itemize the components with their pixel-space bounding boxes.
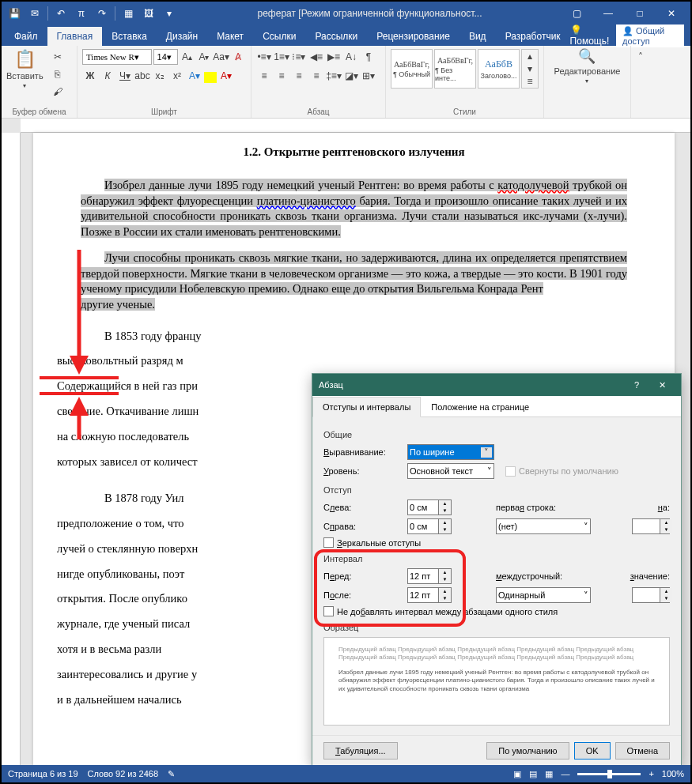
- dialog-titlebar[interactable]: Абзац ? ✕: [312, 374, 681, 396]
- no-space-same-style-checkbox[interactable]: Не добавлять интервал между абзацами одн…: [323, 606, 558, 616]
- tab-design[interactable]: Дизайн: [157, 27, 207, 46]
- table-icon[interactable]: ▦: [119, 4, 138, 23]
- paste-button[interactable]: 📋 Вставить ▾: [6, 49, 43, 89]
- ribbon-options-icon[interactable]: ▢: [561, 2, 592, 25]
- tab-file[interactable]: Файл: [5, 27, 47, 46]
- cancel-button[interactable]: Отмена: [615, 742, 670, 760]
- word-count[interactable]: Слово 92 из 2468: [88, 769, 159, 778]
- collapse-checkbox[interactable]: Свернуты по умолчанию: [505, 466, 618, 477]
- indent-right-spinner[interactable]: ▲▼: [407, 518, 452, 534]
- zoom-slider[interactable]: [577, 773, 641, 775]
- vertical-ruler[interactable]: [2, 133, 21, 767]
- cut-icon[interactable]: ✂: [50, 49, 66, 65]
- sort-icon[interactable]: A↓: [343, 49, 359, 65]
- tabs-button[interactable]: Табуляция...: [323, 742, 398, 760]
- clear-format-icon[interactable]: A̷: [231, 49, 246, 65]
- zoom-level[interactable]: 100%: [662, 769, 684, 778]
- font-color-icon[interactable]: A▾: [218, 68, 234, 84]
- subscript-button[interactable]: x₂: [152, 68, 168, 84]
- change-case-icon[interactable]: Aa▾: [214, 49, 229, 65]
- tab-insert[interactable]: Вставка: [102, 27, 157, 46]
- bold-button[interactable]: Ж: [82, 68, 98, 84]
- spacing-before-spinner[interactable]: ▲▼: [407, 568, 452, 584]
- tab-review[interactable]: Рецензирование: [367, 27, 459, 46]
- highlight-icon[interactable]: [204, 72, 217, 83]
- undo-icon[interactable]: ↶: [51, 4, 70, 23]
- redo-icon[interactable]: ↷: [93, 4, 112, 23]
- font-icon[interactable]: π: [72, 4, 91, 23]
- tab-mailings[interactable]: Рассылки: [305, 27, 367, 46]
- view-read-icon[interactable]: ▣: [513, 769, 521, 779]
- styles-more-icon[interactable]: ≡: [522, 75, 538, 88]
- italic-button[interactable]: К: [100, 68, 115, 84]
- alignment-select[interactable]: По ширине˅: [407, 444, 494, 460]
- multilevel-icon[interactable]: ⁝≡▾: [291, 49, 307, 65]
- view-print-icon[interactable]: ▤: [529, 769, 537, 779]
- page-status[interactable]: Страница 6 из 19: [8, 769, 78, 778]
- superscript-button[interactable]: x²: [169, 68, 185, 84]
- increase-indent-icon[interactable]: ▶≡: [326, 49, 342, 65]
- collapse-ribbon-icon[interactable]: ˄: [633, 49, 649, 65]
- styles-down-icon[interactable]: ▾: [522, 62, 538, 75]
- ok-button[interactable]: OK: [574, 742, 611, 760]
- format-painter-icon[interactable]: 🖌: [50, 84, 66, 100]
- save-icon[interactable]: 💾: [5, 4, 24, 23]
- maximize-button[interactable]: □: [624, 2, 656, 25]
- spacing-value-spinner[interactable]: ▲▼: [632, 587, 670, 603]
- strikethrough-button[interactable]: abc: [134, 68, 150, 84]
- spell-check-icon[interactable]: ✎: [168, 769, 175, 779]
- share-button[interactable]: 👤 Общий доступ: [616, 24, 684, 47]
- dialog-close-button[interactable]: ✕: [649, 374, 675, 396]
- mirror-indents-checkbox[interactable]: Зеркальные отступы: [323, 537, 421, 548]
- font-size-combo[interactable]: 14 ▾: [153, 49, 178, 65]
- horizontal-ruler[interactable]: [21, 119, 690, 133]
- tab-layout[interactable]: Макет: [207, 27, 253, 46]
- dialog-tab-indents[interactable]: Отступы и интервалы: [312, 397, 421, 417]
- first-line-select[interactable]: (нет)˅: [496, 518, 591, 534]
- align-center-icon[interactable]: ≡: [274, 68, 289, 84]
- picture-icon[interactable]: 🖼: [139, 4, 158, 23]
- email-icon[interactable]: ✉: [25, 4, 44, 23]
- align-left-icon[interactable]: ≡: [256, 68, 272, 84]
- indent-left-spinner[interactable]: ▲▼: [407, 499, 452, 515]
- find-button[interactable]: 🔍 Редактирование ▾: [554, 47, 621, 85]
- underline-button[interactable]: Ч▾: [117, 68, 133, 84]
- default-button[interactable]: По умолчанию: [486, 742, 569, 760]
- tab-developer[interactable]: Разработчик: [496, 27, 570, 46]
- spacing-after-spinner[interactable]: ▲▼: [407, 587, 452, 603]
- zoom-in-button[interactable]: +: [649, 769, 653, 778]
- shading-icon[interactable]: ◪▾: [343, 68, 359, 84]
- style-normal[interactable]: АаБбВвГг,¶ Обычный: [391, 49, 433, 89]
- font-name-combo[interactable]: Times New R ▾: [82, 49, 152, 65]
- dialog-help-button[interactable]: ?: [624, 374, 649, 396]
- first-line-by-spinner[interactable]: ▲▼: [632, 518, 670, 534]
- zoom-out-button[interactable]: —: [561, 769, 569, 778]
- show-marks-icon[interactable]: ¶: [361, 49, 376, 65]
- minimize-button[interactable]: —: [592, 2, 624, 25]
- help-button[interactable]: 💡 Помощь!: [570, 24, 611, 47]
- shrink-font-icon[interactable]: A▾: [196, 49, 211, 65]
- tab-view[interactable]: Вид: [459, 27, 496, 46]
- tab-references[interactable]: Ссылки: [253, 27, 305, 46]
- grow-font-icon[interactable]: A▴: [180, 49, 195, 65]
- styles-up-icon[interactable]: ▴: [522, 50, 538, 62]
- align-right-icon[interactable]: ≡: [291, 68, 307, 84]
- line-spacing-select[interactable]: Одинарный˅: [496, 587, 591, 603]
- close-button[interactable]: ✕: [656, 2, 687, 25]
- dialog-tab-position[interactable]: Положение на странице: [421, 397, 539, 417]
- styles-gallery[interactable]: АаБбВвГг,¶ Обычный АаБбВвГг,¶ Без инте..…: [391, 49, 539, 89]
- qat-dropdown-icon[interactable]: ▾: [160, 4, 179, 23]
- bullets-icon[interactable]: •≡▾: [256, 49, 272, 65]
- style-nospacing[interactable]: АаБбВвГг,¶ Без инте...: [434, 49, 476, 89]
- tab-home[interactable]: Главная: [47, 27, 103, 46]
- level-select[interactable]: Основной текст˅: [407, 463, 494, 479]
- numbering-icon[interactable]: 1≡▾: [274, 49, 289, 65]
- line-spacing-icon[interactable]: ‡≡▾: [326, 68, 342, 84]
- borders-icon[interactable]: ⊞▾: [361, 68, 376, 84]
- style-heading1[interactable]: АаБбВЗаголово...: [478, 49, 520, 89]
- decrease-indent-icon[interactable]: ◀≡: [308, 49, 324, 65]
- justify-icon[interactable]: ≡: [308, 68, 324, 84]
- view-web-icon[interactable]: ▦: [545, 769, 553, 779]
- copy-icon[interactable]: ⎘: [50, 66, 66, 82]
- text-effects-icon[interactable]: A▾: [187, 68, 202, 84]
